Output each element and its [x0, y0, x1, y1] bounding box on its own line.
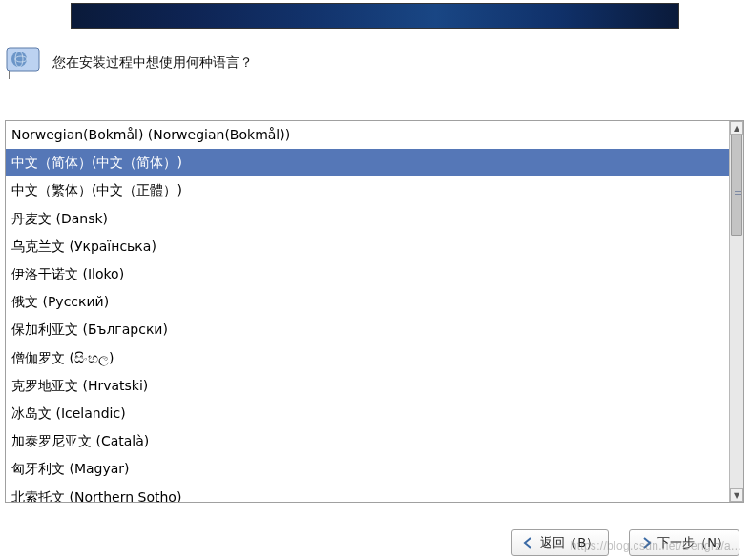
language-option[interactable]: 匈牙利文 (Magyar) [6, 455, 729, 483]
language-option[interactable]: 僧伽罗文 (සිංහල) [6, 344, 729, 372]
scroll-down-button[interactable]: ▼ [730, 488, 743, 502]
scroll-up-button[interactable]: ▲ [730, 121, 743, 135]
language-option[interactable]: 中文（简体）(中文（简体）) [6, 149, 729, 176]
language-option[interactable]: 北索托文 (Northern Sotho) [6, 484, 729, 502]
arrow-left-icon [522, 536, 535, 550]
prompt-text: 您在安装过程中想使用何种语言？ [52, 54, 253, 72]
language-option[interactable]: Norwegian(Bokmål) (Norwegian(Bokmål)) [6, 121, 729, 149]
next-button-label: 下一步（N） [657, 534, 729, 551]
language-option[interactable]: 丹麦文 (Dansk) [6, 205, 729, 233]
language-option[interactable]: 俄文 (Русский) [6, 288, 729, 316]
scrollbar[interactable]: ▲ ▼ [729, 121, 743, 502]
globe-flag-icon [5, 46, 45, 80]
back-button-label: 返回（B） [540, 534, 598, 551]
top-banner [71, 3, 679, 29]
arrow-right-icon [639, 536, 653, 550]
button-row: 返回（B） 下一步（N） [511, 529, 739, 556]
svg-rect-2 [9, 71, 10, 79]
heading-row: 您在安装过程中想使用何种语言？ [0, 29, 749, 80]
language-option[interactable]: 乌克兰文 (Українська) [6, 233, 729, 260]
scroll-thumb[interactable] [731, 135, 742, 236]
language-option[interactable]: 加泰罗尼亚文 (Català) [6, 427, 729, 455]
next-button[interactable]: 下一步（N） [629, 529, 739, 556]
language-option[interactable]: 中文（繁体）(中文（正體）) [6, 176, 729, 204]
language-option[interactable]: 克罗地亚文 (Hrvatski) [6, 372, 729, 400]
language-option[interactable]: 保加利亚文 (Български) [6, 316, 729, 343]
language-option[interactable]: 冰岛文 (Icelandic) [6, 400, 729, 427]
language-option[interactable]: 伊洛干诺文 (Iloko) [6, 260, 729, 288]
back-button[interactable]: 返回（B） [511, 529, 609, 556]
language-listbox-container: Norwegian(Bokmål) (Norwegian(Bokmål))中文（… [5, 120, 744, 503]
language-listbox[interactable]: Norwegian(Bokmål) (Norwegian(Bokmål))中文（… [6, 121, 729, 502]
svg-point-1 [11, 52, 27, 67]
